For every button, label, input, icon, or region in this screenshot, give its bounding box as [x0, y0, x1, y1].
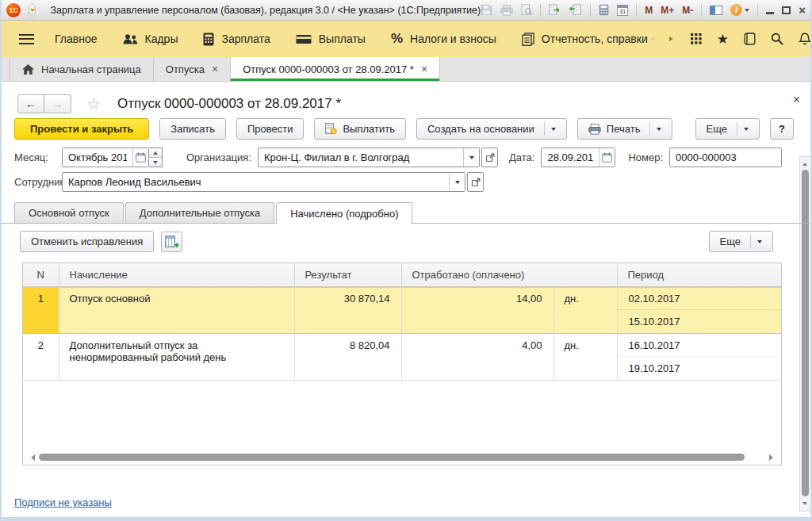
tab-initial-page[interactable]: Начальная страница: [10, 57, 154, 81]
add-row-icon: [165, 236, 179, 248]
add-row-button[interactable]: [161, 232, 182, 252]
create-based-on-button[interactable]: Создать на основании: [416, 118, 567, 140]
scroll-down-icon[interactable]: [802, 502, 807, 508]
menu-payments[interactable]: Выплаты: [296, 33, 366, 45]
menu-taxes[interactable]: % Налоги и взносы: [391, 31, 496, 47]
calculator-button[interactable]: [599, 2, 609, 18]
calendar-icon: [602, 152, 612, 163]
tab-vacations-list[interactable]: Отпуска ×: [154, 57, 231, 81]
organization-input[interactable]: [259, 148, 463, 167]
table-row[interactable]: 2 Дополнительный отпуск за ненормированн…: [23, 333, 781, 380]
table-toolbar: Отменить исправления Еще: [20, 231, 773, 252]
forward-button[interactable]: →: [44, 94, 71, 113]
print-button-titlebar[interactable]: [500, 2, 513, 18]
signatures-link[interactable]: Подписи не указаны: [14, 496, 112, 508]
scrollbar-thumb[interactable]: [39, 454, 745, 461]
write-button[interactable]: Записать: [159, 118, 226, 140]
month-input-group: [62, 147, 149, 167]
row-number-cell: 1: [23, 286, 59, 333]
hamburger-menu-icon[interactable]: [19, 34, 34, 44]
menu-main[interactable]: Главное: [55, 33, 98, 45]
organization-open-button[interactable]: [481, 147, 498, 167]
open-link-icon: [569, 4, 582, 16]
stepper-down-button[interactable]: [149, 157, 162, 167]
close-tab-icon[interactable]: ×: [421, 63, 427, 75]
panel-expand-icon[interactable]: [669, 36, 676, 41]
chevron-down-icon[interactable]: [744, 128, 749, 133]
period-start: 16.10.2017: [618, 334, 782, 357]
all-functions-icon[interactable]: [691, 33, 702, 44]
calendar-button-titlebar[interactable]: 31: [617, 2, 628, 18]
date-input-group: [541, 147, 615, 167]
fields-row-1: Месяц: Организация: Дата: Номер:: [14, 147, 798, 167]
scroll-up-icon[interactable]: [802, 160, 807, 166]
table-row[interactable]: 1 Отпуск основной 30 870,14 14,00 дн. 02…: [23, 286, 781, 333]
print-preview-button[interactable]: [521, 2, 532, 18]
chevron-down-icon: [745, 9, 749, 14]
period-end: 19.10.2017: [618, 357, 782, 380]
close-form-button[interactable]: ×: [793, 94, 800, 106]
result-cell: 30 870,14: [294, 286, 401, 333]
table-horizontal-scrollbar[interactable]: [25, 452, 779, 463]
number-input[interactable]: [670, 148, 781, 167]
print-preview-icon: [521, 4, 532, 16]
pay-button[interactable]: Выплатить: [314, 118, 406, 140]
panel-collapse-icon[interactable]: [648, 36, 654, 41]
open-link-button[interactable]: [569, 2, 582, 18]
favorites-icon[interactable]: ★: [717, 33, 729, 46]
history-icon[interactable]: [744, 33, 756, 45]
month-calendar-button[interactable]: [132, 148, 148, 167]
memory-minus-button[interactable]: M-: [682, 2, 693, 18]
print-button[interactable]: Печать: [577, 118, 673, 140]
bell-icon[interactable]: [799, 33, 811, 45]
menu-reports[interactable]: Отчетность, справки: [522, 33, 648, 46]
date-input[interactable]: [542, 148, 599, 167]
chevron-down-icon[interactable]: [657, 128, 661, 133]
separator: [737, 122, 737, 136]
split-window-button[interactable]: [710, 2, 722, 18]
menu-salary[interactable]: Зарплата: [203, 33, 270, 46]
post-and-close-button[interactable]: Провести и закрыть: [14, 118, 149, 140]
scroll-left-icon[interactable]: [28, 454, 35, 461]
system-menu-button[interactable]: [29, 3, 36, 17]
employee-open-button[interactable]: [467, 172, 484, 192]
memory-plus-button[interactable]: M+: [661, 2, 674, 18]
menu-staff[interactable]: Кадры: [123, 33, 178, 45]
employee-dropdown-button[interactable]: [449, 173, 465, 191]
worked-cell: 4,00: [401, 333, 553, 380]
post-button[interactable]: Провести: [236, 118, 304, 140]
separator: [590, 4, 591, 17]
scroll-right-icon[interactable]: [769, 454, 776, 461]
back-button[interactable]: ←: [17, 94, 44, 113]
month-input[interactable]: [63, 148, 132, 167]
tab-accrued-details[interactable]: Начислено (подробно): [276, 202, 412, 224]
minimize-button[interactable]: [766, 2, 774, 18]
close-window-button[interactable]: ×: [799, 2, 806, 18]
reports-icon: [522, 33, 534, 46]
tab-additional-vacations[interactable]: Дополнительные отпуска: [125, 202, 275, 223]
chevron-down-icon[interactable]: [551, 128, 556, 133]
stepper-up-button[interactable]: [149, 148, 162, 157]
cancel-corrections-button[interactable]: Отменить исправления: [20, 231, 154, 252]
page-title: Отпуск 0000-000003 от 28.09.2017 *: [117, 96, 341, 112]
header-period: Период: [617, 263, 781, 286]
maximize-button[interactable]: [782, 2, 791, 18]
calculator-icon: [599, 4, 609, 16]
result-cell: 8 820,04: [294, 333, 401, 380]
organization-dropdown-button[interactable]: [463, 148, 479, 167]
employee-input[interactable]: [63, 173, 449, 191]
memory-button[interactable]: M: [645, 2, 653, 18]
save-button[interactable]: [481, 2, 492, 18]
tab-vacation-document[interactable]: Отпуск 0000-000003 от 28.09.2017 * ×: [231, 57, 440, 81]
favorite-star-button[interactable]: ☆: [86, 96, 101, 112]
help-button[interactable]: ?: [770, 118, 794, 140]
about-button[interactable]: i: [730, 2, 749, 18]
save-link-button[interactable]: [549, 2, 561, 18]
close-tab-icon[interactable]: ×: [212, 63, 218, 75]
more-button[interactable]: Еще: [695, 118, 760, 140]
chevron-down-icon[interactable]: [757, 240, 762, 246]
tab-main-vacation[interactable]: Основной отпуск: [14, 202, 124, 223]
search-icon[interactable]: [771, 33, 783, 45]
date-calendar-button[interactable]: [599, 148, 615, 167]
table-more-button[interactable]: Еще: [709, 231, 773, 252]
